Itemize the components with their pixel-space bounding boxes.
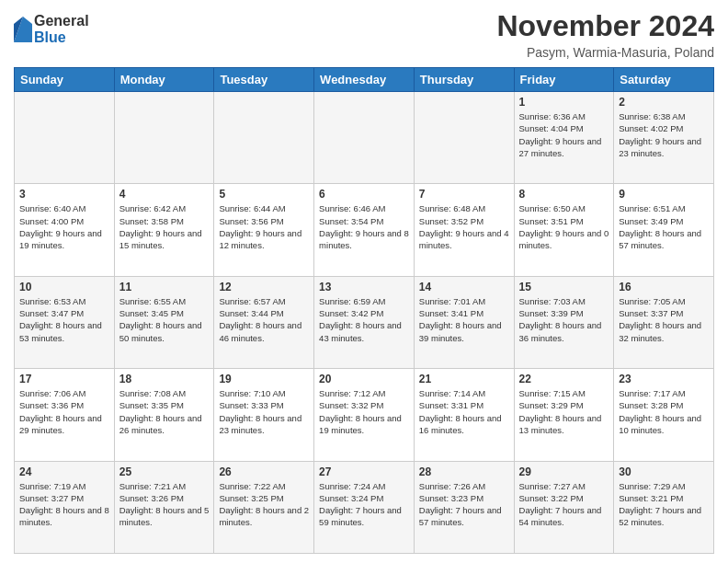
day-number: 15 [519, 281, 609, 293]
day-cell: 23Sunrise: 7:17 AM Sunset: 3:28 PM Dayli… [614, 369, 714, 461]
day-info: Sunrise: 7:22 AM Sunset: 3:25 PM Dayligh… [219, 480, 309, 529]
day-cell: 26Sunrise: 7:22 AM Sunset: 3:25 PM Dayli… [214, 461, 314, 553]
day-number: 1 [519, 96, 609, 109]
calendar-table: Sunday Monday Tuesday Wednesday Thursday… [14, 67, 714, 554]
day-cell: 30Sunrise: 7:29 AM Sunset: 3:21 PM Dayli… [614, 461, 714, 553]
day-cell [414, 92, 514, 184]
day-cell: 10Sunrise: 6:53 AM Sunset: 3:47 PM Dayli… [15, 276, 115, 368]
page: General Blue November 2024 Pasym, Warmia… [0, 0, 728, 563]
day-cell: 25Sunrise: 7:21 AM Sunset: 3:26 PM Dayli… [114, 461, 214, 553]
title-section: November 2024 Pasym, Warmia-Masuria, Pol… [496, 9, 714, 60]
week-row-4: 24Sunrise: 7:19 AM Sunset: 3:27 PM Dayli… [15, 461, 714, 553]
day-cell [114, 92, 214, 184]
month-title: November 2024 [496, 9, 714, 43]
day-cell: 5Sunrise: 6:44 AM Sunset: 3:56 PM Daylig… [214, 184, 314, 276]
day-cell [314, 92, 415, 184]
week-row-0: 1Sunrise: 6:36 AM Sunset: 4:04 PM Daylig… [15, 92, 714, 184]
day-cell: 1Sunrise: 6:36 AM Sunset: 4:04 PM Daylig… [514, 92, 614, 184]
day-info: Sunrise: 6:51 AM Sunset: 3:49 PM Dayligh… [619, 202, 709, 251]
day-cell: 2Sunrise: 6:38 AM Sunset: 4:02 PM Daylig… [614, 92, 714, 184]
day-cell: 12Sunrise: 6:57 AM Sunset: 3:44 PM Dayli… [214, 276, 314, 368]
day-number: 2 [619, 96, 709, 109]
day-number: 27 [319, 465, 409, 478]
day-info: Sunrise: 6:57 AM Sunset: 3:44 PM Dayligh… [219, 295, 309, 344]
day-cell: 19Sunrise: 7:10 AM Sunset: 3:33 PM Dayli… [214, 369, 314, 461]
header-tuesday: Tuesday [214, 68, 314, 92]
header-saturday: Saturday [614, 68, 714, 92]
day-info: Sunrise: 6:59 AM Sunset: 3:42 PM Dayligh… [319, 295, 409, 344]
day-number: 18 [119, 373, 210, 385]
day-number: 12 [219, 281, 309, 293]
day-number: 19 [219, 373, 309, 385]
day-number: 6 [319, 188, 409, 201]
day-number: 7 [419, 188, 509, 201]
day-cell: 21Sunrise: 7:14 AM Sunset: 3:31 PM Dayli… [414, 369, 514, 461]
day-cell: 29Sunrise: 7:27 AM Sunset: 3:22 PM Dayli… [514, 461, 614, 553]
day-info: Sunrise: 7:21 AM Sunset: 3:26 PM Dayligh… [119, 480, 210, 529]
day-number: 16 [619, 281, 709, 293]
day-number: 24 [19, 465, 109, 478]
header: General Blue November 2024 Pasym, Warmia… [14, 9, 714, 60]
day-info: Sunrise: 7:12 AM Sunset: 3:32 PM Dayligh… [319, 387, 409, 436]
day-info: Sunrise: 6:55 AM Sunset: 3:45 PM Dayligh… [119, 295, 210, 344]
day-number: 17 [19, 373, 109, 385]
subtitle: Pasym, Warmia-Masuria, Poland [496, 45, 714, 60]
day-number: 28 [419, 465, 509, 478]
day-number: 21 [419, 373, 509, 385]
day-number: 14 [419, 281, 509, 293]
header-monday: Monday [114, 68, 214, 92]
day-number: 29 [519, 465, 609, 478]
logo-icon [14, 17, 32, 42]
day-info: Sunrise: 7:26 AM Sunset: 3:23 PM Dayligh… [419, 480, 509, 529]
day-number: 11 [119, 281, 210, 293]
day-info: Sunrise: 7:05 AM Sunset: 3:37 PM Dayligh… [619, 295, 709, 344]
week-row-1: 3Sunrise: 6:40 AM Sunset: 4:00 PM Daylig… [15, 184, 714, 276]
day-info: Sunrise: 6:53 AM Sunset: 3:47 PM Dayligh… [19, 295, 109, 344]
header-wednesday: Wednesday [314, 68, 415, 92]
day-cell: 17Sunrise: 7:06 AM Sunset: 3:36 PM Dayli… [15, 369, 115, 461]
calendar-body: 1Sunrise: 6:36 AM Sunset: 4:04 PM Daylig… [15, 92, 714, 554]
day-cell: 28Sunrise: 7:26 AM Sunset: 3:23 PM Dayli… [414, 461, 514, 553]
day-cell: 18Sunrise: 7:08 AM Sunset: 3:35 PM Dayli… [114, 369, 214, 461]
day-number: 23 [619, 373, 709, 385]
day-cell: 16Sunrise: 7:05 AM Sunset: 3:37 PM Dayli… [614, 276, 714, 368]
day-cell: 9Sunrise: 6:51 AM Sunset: 3:49 PM Daylig… [614, 184, 714, 276]
week-row-3: 17Sunrise: 7:06 AM Sunset: 3:36 PM Dayli… [15, 369, 714, 461]
logo-text: General Blue [34, 13, 89, 45]
day-number: 9 [619, 188, 709, 201]
day-info: Sunrise: 7:27 AM Sunset: 3:22 PM Dayligh… [519, 480, 609, 529]
header-thursday: Thursday [414, 68, 514, 92]
day-number: 5 [219, 188, 309, 201]
logo-blue: Blue [34, 29, 89, 46]
day-info: Sunrise: 7:01 AM Sunset: 3:41 PM Dayligh… [419, 295, 509, 344]
day-cell: 3Sunrise: 6:40 AM Sunset: 4:00 PM Daylig… [15, 184, 115, 276]
day-info: Sunrise: 6:42 AM Sunset: 3:58 PM Dayligh… [119, 202, 210, 251]
day-info: Sunrise: 7:15 AM Sunset: 3:29 PM Dayligh… [519, 387, 609, 436]
day-cell: 13Sunrise: 6:59 AM Sunset: 3:42 PM Dayli… [314, 276, 415, 368]
day-cell: 14Sunrise: 7:01 AM Sunset: 3:41 PM Dayli… [414, 276, 514, 368]
day-number: 22 [519, 373, 609, 385]
day-info: Sunrise: 7:29 AM Sunset: 3:21 PM Dayligh… [619, 480, 709, 529]
day-cell: 11Sunrise: 6:55 AM Sunset: 3:45 PM Dayli… [114, 276, 214, 368]
header-sunday: Sunday [15, 68, 115, 92]
day-info: Sunrise: 7:03 AM Sunset: 3:39 PM Dayligh… [519, 295, 609, 344]
day-info: Sunrise: 6:40 AM Sunset: 4:00 PM Dayligh… [19, 202, 109, 251]
day-number: 25 [119, 465, 210, 478]
header-row: Sunday Monday Tuesday Wednesday Thursday… [15, 68, 714, 92]
day-info: Sunrise: 7:17 AM Sunset: 3:28 PM Dayligh… [619, 387, 709, 436]
day-info: Sunrise: 6:48 AM Sunset: 3:52 PM Dayligh… [419, 202, 509, 251]
day-info: Sunrise: 6:44 AM Sunset: 3:56 PM Dayligh… [219, 202, 309, 251]
day-cell: 7Sunrise: 6:48 AM Sunset: 3:52 PM Daylig… [414, 184, 514, 276]
day-number: 8 [519, 188, 609, 201]
day-number: 26 [219, 465, 309, 478]
day-number: 3 [19, 188, 109, 201]
day-cell: 6Sunrise: 6:46 AM Sunset: 3:54 PM Daylig… [314, 184, 415, 276]
logo-general: General [34, 13, 89, 29]
day-cell: 24Sunrise: 7:19 AM Sunset: 3:27 PM Dayli… [15, 461, 115, 553]
week-row-2: 10Sunrise: 6:53 AM Sunset: 3:47 PM Dayli… [15, 276, 714, 368]
day-cell: 27Sunrise: 7:24 AM Sunset: 3:24 PM Dayli… [314, 461, 415, 553]
day-info: Sunrise: 6:38 AM Sunset: 4:02 PM Dayligh… [619, 110, 709, 159]
day-info: Sunrise: 6:50 AM Sunset: 3:51 PM Dayligh… [519, 202, 609, 251]
day-cell [214, 92, 314, 184]
logo: General Blue [14, 13, 89, 45]
